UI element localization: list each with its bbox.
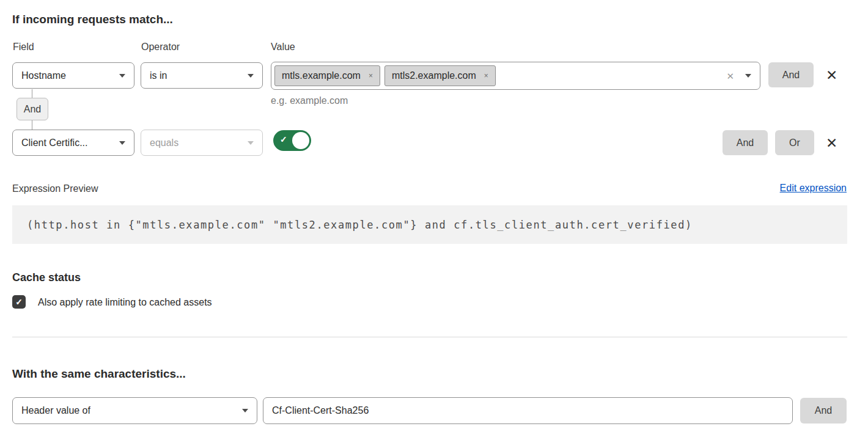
operator-select-row2-disabled: equals [141,130,263,156]
connector-line-bottom [32,120,32,130]
header-name-input[interactable] [263,397,793,424]
chevron-down-icon [242,409,248,413]
characteristic-select[interactable]: Header value of [12,397,257,424]
edit-expression-link[interactable]: Edit expression [780,183,847,194]
operator-select-row1-value: is in [150,70,167,81]
field-label: Field [13,42,34,53]
or-button-row2[interactable]: Or [775,130,814,155]
value-helper-text: e.g. example.com [271,95,348,106]
remove-row1-icon[interactable]: ✕ [826,68,837,82]
field-select-row2[interactable]: Client Certific... [12,130,134,156]
expression-preview-block: (http.host in {"mtls.example.com" "mtls2… [12,205,847,244]
clear-values-icon[interactable]: ✕ [726,72,734,81]
cache-status-heading: Cache status [12,271,81,284]
value-chip-list: mtls.example.com × mtls2.example.com × [274,65,496,86]
operator-select-row1[interactable]: is in [141,62,263,89]
rate-limit-rule-builder: If incoming requests match... Field Oper… [0,0,868,440]
field-select-row2-value: Client Certific... [21,138,87,148]
characteristics-heading: With the same characteristics... [12,367,186,381]
value-chip[interactable]: mtls.example.com × [274,65,380,86]
remove-row2-icon[interactable]: ✕ [826,136,837,150]
cached-assets-checkbox-checked[interactable]: ✓ [12,295,26,309]
field-select-row1[interactable]: Hostname [12,62,134,89]
check-icon: ✓ [280,135,287,144]
chevron-down-icon [119,141,125,145]
and-connector[interactable]: And [17,98,48,120]
characteristic-select-value: Header value of [21,405,90,416]
operator-select-row2-value: equals [150,138,178,148]
chevron-down-icon [745,74,751,78]
expression-code: (http.host in {"mtls.example.com" "mtls2… [27,219,693,231]
operator-label: Operator [141,42,180,53]
match-section-title: If incoming requests match... [12,13,173,26]
chevron-down-icon [248,74,254,78]
chevron-down-icon [119,74,125,78]
cached-assets-checkbox-label: Also apply rate limiting to cached asset… [38,297,212,308]
connector-line-top [32,89,32,98]
cert-verified-toggle-on[interactable]: ✓ [273,130,311,151]
and-button-row2[interactable]: And [723,130,768,155]
chip-remove-icon[interactable]: × [484,72,488,79]
value-multiselect-controls: ✕ [726,72,751,81]
field-select-row1-value: Hostname [21,70,66,81]
value-label: Value [271,42,295,53]
toggle-knob [292,132,309,149]
chip-remove-icon[interactable]: × [369,72,373,79]
expression-preview-label: Expression Preview [12,183,98,194]
value-multiselect[interactable]: mtls.example.com × mtls2.example.com × ✕ [271,62,760,90]
and-button-row1[interactable]: And [768,62,814,87]
chevron-down-icon [248,141,254,145]
chip-label: mtls.example.com [282,70,361,81]
chip-label: mtls2.example.com [392,70,476,81]
section-divider [12,337,847,337]
check-icon: ✓ [15,298,23,306]
and-button-characteristics[interactable]: And [800,398,847,424]
value-chip[interactable]: mtls2.example.com × [384,65,496,86]
